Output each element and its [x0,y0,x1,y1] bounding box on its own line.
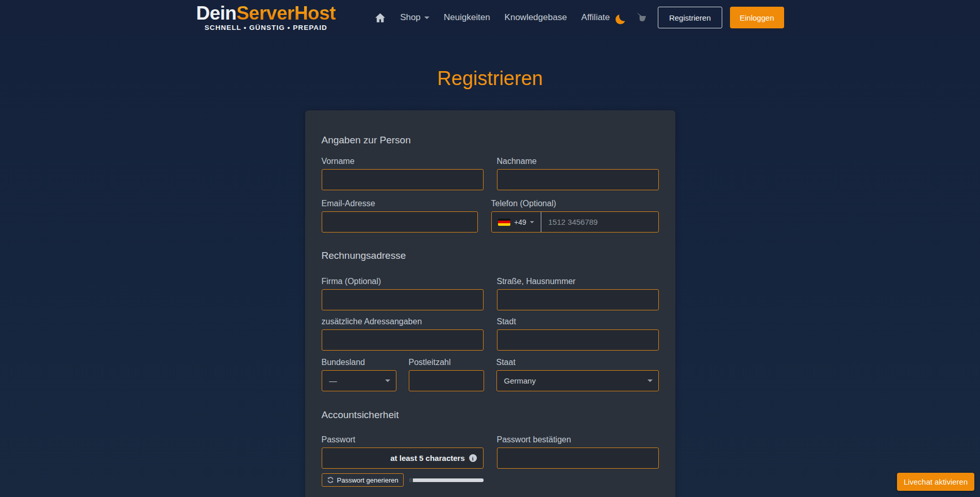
firma-label: Firma (Optional) [322,276,484,286]
brand-tagline: SCHNELL • GÜNSTIG • PREPAID [205,24,327,31]
form-row-region: Bundesland — Postleitzahl Staat Germany [322,357,659,391]
stadt-input[interactable] [497,329,659,351]
field-stadt: Stadt [497,317,659,351]
password-generate-row: Passwort generieren [322,473,484,487]
email-label: Email-Adresse [322,198,478,208]
brand-name: DeinServerHost [196,4,336,23]
field-email: Email-Adresse [322,198,478,233]
nav-item-neuigkeiten-label: Neuigkeiten [444,12,490,23]
nav-item-affiliate-label: Affiliate [582,12,610,23]
caret-down-icon [530,221,534,223]
section-heading-address: Rechnungsadresse [322,250,659,261]
field-strasse: Straße, Hausnummer [497,276,659,310]
livechat-button[interactable]: Livechat aktivieren [897,473,974,491]
telefon-input[interactable] [541,212,658,232]
caret-down-icon [385,379,390,382]
nav-item-affiliate[interactable]: Affiliate [582,12,610,23]
field-firma: Firma (Optional) [322,276,484,310]
passwort-label: Passwort [322,435,484,444]
field-passwort-bestaetigen: Passwort bestätigen [497,435,659,469]
field-passwort: Passwort at least 5 characters i [322,435,484,469]
nachname-label: Nachname [497,156,659,166]
field-nachname: Nachname [497,156,659,190]
field-adresszusatz: zusätzliche Adressangaben [322,317,484,351]
main-content: Registrieren Angaben zur Person Vorname … [0,67,980,497]
nav-item-neuigkeiten[interactable]: Neuigkeiten [444,12,490,23]
staat-label: Staat [496,357,659,367]
brand-logo[interactable]: DeinServerHost SCHNELL • GÜNSTIG • PREPA… [196,4,336,31]
dark-mode-toggle[interactable] [614,11,628,24]
register-button[interactable]: Registrieren [658,7,722,28]
stadt-label: Stadt [497,317,659,326]
field-staat: Staat Germany [496,357,659,391]
nav-item-knowledgebase[interactable]: Knowledgebase [505,12,567,23]
telefon-label: Telefon (Optional) [491,198,659,208]
adresszusatz-input[interactable] [322,329,484,351]
field-telefon: Telefon (Optional) +49 [491,198,659,233]
staat-select[interactable]: Germany [496,370,659,391]
passwort-input[interactable] [322,448,484,469]
section-heading-security: Accountsicherheit [322,409,659,421]
hand-icon [635,11,649,24]
strasse-label: Straße, Hausnummer [497,276,659,286]
bundesland-selected-value: — [329,376,337,385]
country-code-select[interactable]: +49 [492,212,541,232]
staat-selected-value: Germany [504,376,536,385]
vorname-label: Vorname [322,156,484,166]
passwort-bestaetigen-label: Passwort bestätigen [497,435,659,444]
section-heading-person: Angaben zur Person [322,110,659,146]
caret-down-icon [647,379,653,382]
country-code-value: +49 [514,218,526,226]
refresh-icon [327,476,334,484]
passwort-input-wrap: at least 5 characters i [322,448,484,469]
form-row-zusatz-stadt: zusätzliche Adressangaben Stadt [322,317,659,351]
nav-item-knowledgebase-label: Knowledgebase [505,12,567,23]
postleitzahl-input[interactable] [409,370,484,391]
form-row-company-street: Firma (Optional) Straße, Hausnummer [322,276,659,310]
nav-item-shop-label: Shop [400,12,421,23]
vorname-input[interactable] [322,169,484,190]
nav-right-group: Registrieren Einloggen [614,7,784,28]
field-bundesland: Bundesland — [322,357,396,391]
password-strength-bar [409,478,484,482]
password-strength-fill [409,478,413,482]
nav-menu: Shop Neuigkeiten Knowledgebase Affiliate [375,12,610,23]
generate-password-label: Passwort generieren [337,476,398,484]
login-button[interactable]: Einloggen [730,7,784,28]
phone-group: +49 [491,211,659,233]
page-title: Registrieren [0,67,980,90]
brand-name-primary: Dein [196,3,237,24]
nachname-input[interactable] [497,169,659,190]
field-vorname: Vorname [322,156,484,190]
postleitzahl-label: Postleitzahl [409,357,484,367]
passwort-bestaetigen-input[interactable] [497,448,659,469]
generate-password-button[interactable]: Passwort generieren [322,473,404,487]
nav-home-link[interactable] [375,13,386,23]
form-row-contact: Email-Adresse Telefon (Optional) +49 [322,198,659,233]
firma-input[interactable] [322,289,484,310]
moon-icon [619,11,629,21]
registration-form-card: Angaben zur Person Vorname Nachname Emai… [305,110,675,497]
hand-cursor-toggle[interactable] [635,11,649,24]
bundesland-select[interactable]: — [322,370,396,391]
field-postleitzahl: Postleitzahl [409,357,484,391]
home-icon [375,13,386,23]
nav-item-shop[interactable]: Shop [400,12,429,23]
germany-flag-icon [498,219,510,226]
adresszusatz-label: zusätzliche Adressangaben [322,317,484,326]
bundesland-label: Bundesland [322,357,396,367]
strasse-input[interactable] [497,289,659,310]
email-input[interactable] [322,211,478,233]
form-row-name: Vorname Nachname [322,156,659,190]
navbar: DeinServerHost SCHNELL • GÜNSTIG • PREPA… [0,0,980,35]
brand-name-secondary: ServerHost [237,3,336,24]
caret-down-icon [424,16,429,19]
form-row-password: Passwort at least 5 characters i Passwor… [322,435,659,469]
nav-container: DeinServerHost SCHNELL • GÜNSTIG • PREPA… [196,0,784,35]
